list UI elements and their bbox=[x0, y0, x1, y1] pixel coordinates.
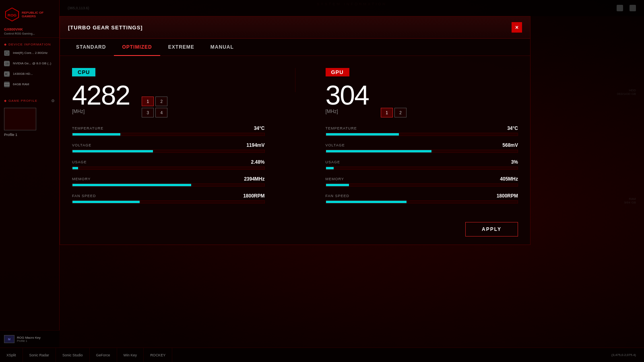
sidebar-bottom: M ROG Macro Key Profile 1 bbox=[0, 330, 60, 348]
taskbar-sonicstudio[interactable]: Sonic Studio bbox=[56, 348, 90, 362]
gpu-usage-value: 3% bbox=[511, 159, 518, 165]
cpu-temp-fill bbox=[72, 133, 120, 136]
gpu-fan-label: FAN SPEED bbox=[326, 194, 350, 198]
gpu-panel: GPU 304 [MHz] 1 2 TEMPERATURE 34°C bbox=[326, 68, 518, 210]
gpu-temp-value: 34°C bbox=[507, 125, 518, 131]
hdd-icon bbox=[4, 71, 10, 77]
tab-manual[interactable]: MANUAL bbox=[202, 39, 242, 56]
cpu-voltage-fill bbox=[72, 150, 153, 152]
gpu-usage-row: USAGE 3% bbox=[326, 159, 518, 170]
taskbar-xsplit[interactable]: XSplit bbox=[0, 348, 23, 362]
cpu-panel: CPU 4282 [MHz] 1 2 3 4 TEMPERATURE bbox=[72, 68, 265, 210]
cpu-icon bbox=[4, 50, 10, 56]
gpu-stats: TEMPERATURE 34°C VOLTAGE 568mV bbox=[326, 125, 518, 204]
gpu-usage-bar bbox=[326, 167, 518, 170]
tab-extreme[interactable]: EXTREME bbox=[160, 39, 202, 56]
cpu-core-1-button[interactable]: 1 bbox=[142, 97, 154, 106]
gpu-voltage-fill bbox=[326, 150, 431, 152]
sidebar: ROG REPUBLIC OF GAMERS GX800VHK Control … bbox=[0, 0, 60, 362]
gpu-icon bbox=[4, 61, 10, 66]
gpu-memory-value: 405MHz bbox=[500, 176, 518, 182]
cpu-main: 4282 [MHz] 1 2 3 4 bbox=[72, 81, 265, 117]
gpu-memory-label: MEMORY bbox=[326, 177, 344, 181]
gpu-usage-fill bbox=[326, 167, 334, 169]
macro-icon: M bbox=[4, 335, 14, 343]
cpu-usage-label: USAGE bbox=[72, 160, 87, 164]
tabs-container: STANDARD OPTIMIZED EXTREME MANUAL bbox=[60, 39, 530, 56]
gpu-voltage-value: 568mV bbox=[502, 142, 518, 148]
tab-standard[interactable]: STANDARD bbox=[68, 39, 114, 56]
gpu-core-2-button[interactable]: 2 bbox=[394, 108, 407, 117]
svg-rect-4 bbox=[4, 62, 9, 65]
gpu-temp-fill bbox=[326, 133, 399, 136]
sidebar-brand: REPUBLIC OF bbox=[22, 11, 43, 14]
cpu-fan-value: 1800RPM bbox=[243, 193, 264, 199]
gpu-label: NVIDIA Ge... @ 8.0 GB (..) bbox=[13, 62, 51, 66]
taskbar-sonicradar[interactable]: Sonic Radar bbox=[23, 348, 56, 362]
cpu-usage-value: 2.48% bbox=[251, 159, 264, 165]
taskbar-rockey[interactable]: ROCKEY bbox=[144, 348, 172, 362]
cpu-memory-label: MEMORY bbox=[72, 177, 91, 181]
cpu-fanspeed-row: FAN SPEED 1800RPM bbox=[72, 193, 265, 204]
device-info-title: DEVICE INFORMATION bbox=[8, 43, 51, 46]
cpu-fan-fill bbox=[72, 201, 140, 203]
ram-icon bbox=[4, 82, 10, 87]
cpu-core-3-button[interactable]: 3 bbox=[142, 108, 154, 117]
sidebar-item-cpu[interactable]: Intel(R) Core... 2.90GHz bbox=[0, 48, 59, 58]
cpu-voltage-value: 1194mV bbox=[246, 142, 264, 148]
sidebar-item-hdd[interactable]: 1430GB HD... bbox=[0, 69, 59, 79]
profile-area: Profile 1 bbox=[0, 105, 59, 140]
gpu-core-1-button[interactable]: 1 bbox=[381, 108, 393, 117]
cpu-core-buttons: 1 2 3 4 bbox=[142, 97, 167, 117]
sidebar-brand2: GAMERS bbox=[22, 14, 43, 18]
gpu-usage-label: USAGE bbox=[326, 160, 341, 164]
sidebar-logo: ROG REPUBLIC OF GAMERS bbox=[0, 4, 59, 25]
taskbar-right: (3,475,0.2,075.4) bbox=[607, 353, 644, 357]
svg-rect-3 bbox=[6, 52, 8, 54]
game-profile-title: GAME PROFILE bbox=[8, 99, 37, 103]
cpu-temp-value: 34°C bbox=[254, 125, 265, 131]
apply-button[interactable]: APPLY bbox=[465, 222, 518, 237]
profile-thumbnail bbox=[4, 108, 36, 130]
sidebar-item-ram[interactable]: 64GB RAM bbox=[0, 79, 59, 90]
gpu-core-buttons: 1 2 bbox=[381, 108, 407, 117]
macro-key-item[interactable]: M ROG Macro Key Profile 1 bbox=[4, 334, 56, 344]
taskbar-winkey[interactable]: Win Key bbox=[117, 348, 144, 362]
cpu-voltage-bar bbox=[72, 150, 265, 153]
modal-title: [TURBO GEAR SETTINGS] bbox=[68, 25, 143, 31]
modal-close-button[interactable]: × bbox=[512, 22, 522, 33]
svg-rect-5 bbox=[5, 63, 6, 64]
profile-label: Profile 1 bbox=[4, 133, 55, 137]
macro-key-profile: Profile 1 bbox=[17, 339, 41, 342]
gpu-temp-label: TEMPERATURE bbox=[326, 126, 357, 130]
gpu-badge: GPU bbox=[326, 68, 349, 76]
cpu-usage-bar bbox=[72, 167, 265, 170]
taskbar-left: XSplit Sonic Radar Sonic Studio GeForce … bbox=[0, 348, 172, 362]
gpu-voltage-bar bbox=[326, 150, 518, 153]
cpu-voltage-label: VOLTAGE bbox=[72, 143, 91, 147]
gpu-fanspeed-row: FAN SPEED 1800RPM bbox=[326, 193, 518, 204]
cpu-core-2-button[interactable]: 2 bbox=[155, 97, 167, 106]
cpu-fan-label: FAN SPEED bbox=[72, 194, 96, 198]
gpu-fan-value: 1800RPM bbox=[497, 193, 518, 199]
svg-text:ROG: ROG bbox=[8, 13, 17, 17]
taskbar-geforce[interactable]: GeForce bbox=[90, 348, 117, 362]
gpu-temp-bar bbox=[326, 133, 518, 136]
turbo-gear-modal: [TURBO GEAR SETTINGS] × STANDARD OPTIMIZ… bbox=[60, 16, 530, 245]
taskbar-coords: (3,475,0.2,075.4) bbox=[607, 353, 640, 357]
cpu-memory-value: 2394MHz bbox=[244, 176, 264, 182]
gpu-temperature-row: TEMPERATURE 34°C bbox=[326, 125, 518, 136]
gpu-voltage-label: VOLTAGE bbox=[326, 143, 345, 147]
panel-divider bbox=[295, 68, 295, 92]
game-profile-section: ◆ GAME PROFILE ⚙ bbox=[0, 95, 59, 105]
cpu-badge: CPU bbox=[72, 68, 95, 76]
macro-key-label: ROG Macro Key bbox=[17, 336, 41, 339]
gpu-fan-fill bbox=[326, 201, 407, 203]
hdd-label: 1430GB HD... bbox=[13, 72, 33, 76]
cpu-temperature-row: TEMPERATURE 34°C bbox=[72, 125, 265, 136]
device-label: GX800VHK bbox=[4, 27, 55, 31]
sidebar-item-gpu[interactable]: NVIDIA Ge... @ 8.0 GB (..) bbox=[0, 58, 59, 69]
cpu-core-4-button[interactable]: 4 bbox=[155, 108, 167, 117]
tab-optimized[interactable]: OPTIMIZED bbox=[114, 39, 160, 56]
taskbar: XSplit Sonic Radar Sonic Studio GeForce … bbox=[0, 348, 644, 362]
